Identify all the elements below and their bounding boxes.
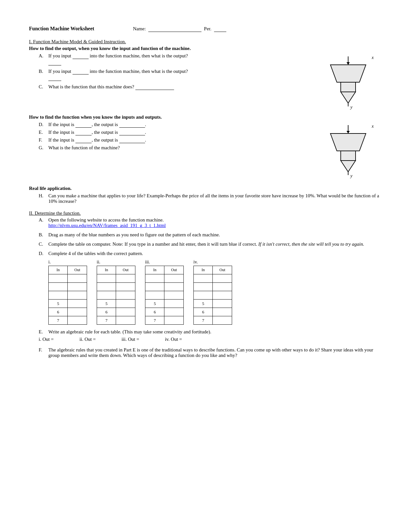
svg-marker-10 xyxy=(347,131,350,133)
blank-e2 xyxy=(119,130,145,135)
table-iv: In Out 5 6 7 xyxy=(193,266,232,325)
table-row xyxy=(49,283,87,291)
item-b-text: If you input into the function machine, … xyxy=(48,69,318,82)
item-2a-row: A. Open the following website to access … xyxy=(29,217,382,228)
item-f-text: If the input is , the output is . xyxy=(48,137,318,143)
item-2e-row: E. Write an algebraic rule for each tabl… xyxy=(29,329,382,335)
item-d-letter: D. xyxy=(39,122,48,128)
table-row xyxy=(97,291,135,300)
machine1-area: x y xyxy=(318,53,382,111)
table-row xyxy=(97,274,135,283)
item-h-letter: H. xyxy=(39,193,48,204)
table-row xyxy=(49,274,87,283)
table-row: 5 xyxy=(97,300,135,308)
real-life-section: Real life application. H. Can you make a… xyxy=(29,186,382,204)
item-e-text: If the input is , the output is . xyxy=(48,130,318,135)
svg-text:x: x xyxy=(371,55,374,60)
item-e-row: E. If the input is , the output is . xyxy=(29,130,318,135)
item-b-row: B. If you input into the function machin… xyxy=(29,69,318,82)
table-row: 5 xyxy=(49,300,87,308)
section1: I. Function Machine Model & Guided Instr… xyxy=(29,39,382,180)
table-row: 7 xyxy=(145,316,184,325)
item-b-letter: B. xyxy=(39,69,48,82)
table-row xyxy=(49,291,87,300)
section2-title: II. Determine the function. xyxy=(29,211,382,216)
blank-f2 xyxy=(119,137,145,143)
table-row: 7 xyxy=(49,316,87,325)
section1-defg-machine: D. If the input is , the output is . E. … xyxy=(29,122,382,180)
item-d-row: D. If the input is , the output is . xyxy=(29,122,318,128)
item-c-text: What is the function that this machine d… xyxy=(48,84,318,90)
section1-title: I. Function Machine Model & Guided Instr… xyxy=(29,39,382,44)
item-2e-container: E. Write an algebraic rule for each tabl… xyxy=(29,329,382,342)
real-life-title: Real life application. xyxy=(29,186,382,191)
table-i-out-header: Out xyxy=(68,266,87,274)
item-h-row: H. Can you make a machine that applies t… xyxy=(29,193,382,204)
item-f-letter: F. xyxy=(39,137,48,143)
table-iv-in-header: In xyxy=(194,266,213,274)
per-blank xyxy=(214,26,226,32)
table-row xyxy=(194,283,232,291)
name-label: Name: xyxy=(133,26,146,31)
table-ii-container: ii. In Out 5 6 7 xyxy=(97,260,135,325)
item-2b-text: Drag as many of the blue numbers as you … xyxy=(48,232,382,238)
svg-marker-3 xyxy=(330,65,366,82)
table-row xyxy=(194,274,232,283)
blank-b1 xyxy=(73,69,89,74)
table-iii-label: iii. xyxy=(145,260,150,265)
svg-text:y: y xyxy=(350,105,353,110)
subsection1-bold: How to find the output, when you know th… xyxy=(29,46,382,51)
item-2e-letter: E. xyxy=(39,329,48,335)
item-2a-text: Open the following website to access the… xyxy=(48,217,382,228)
item-2d-text: Complete 4 of the tables with the correc… xyxy=(48,251,382,256)
item-2b-letter: B. xyxy=(39,232,48,238)
item-h-text: Can you make a machine that applies to y… xyxy=(48,193,382,204)
item-c-row: C. What is the function that this machin… xyxy=(29,84,318,90)
item-2f-text: The algebraic rules that you created in … xyxy=(48,347,382,358)
table-row: 7 xyxy=(97,316,135,325)
table-row xyxy=(97,283,135,291)
out-i: i. Out = xyxy=(39,337,54,342)
blank-d1 xyxy=(75,122,92,128)
svg-text:y: y xyxy=(350,173,353,178)
table-row xyxy=(145,291,184,300)
item-2f-letter: F. xyxy=(39,347,48,358)
item-c-letter: C. xyxy=(39,84,48,90)
svg-rect-12 xyxy=(341,151,356,161)
table-i-container: i. In Out 5 6 7 xyxy=(48,260,87,325)
machine2-area: x y xyxy=(318,122,382,180)
name-blank xyxy=(148,26,201,32)
item-2c-text: Complete the table on computer. Note: If… xyxy=(48,241,382,247)
out-iii: iii. Out = xyxy=(122,337,139,342)
table-iii-out-header: Out xyxy=(164,266,184,274)
svg-marker-2 xyxy=(347,62,350,65)
item-a-letter: A. xyxy=(39,53,48,67)
table-ii: In Out 5 6 7 xyxy=(97,266,135,325)
function-machine-link[interactable]: http://nlvm.usu.edu/en/NAV/frames_asid_1… xyxy=(48,223,166,228)
svg-marker-11 xyxy=(330,133,366,151)
item-2f-row: F. The algebraic rules that you created … xyxy=(29,347,382,358)
table-iii-container: iii. In Out 5 6 7 xyxy=(145,260,184,325)
svg-rect-4 xyxy=(341,82,356,92)
table-row: 6 xyxy=(49,308,87,316)
item-2c-row: C. Complete the table on computer. Note:… xyxy=(29,241,382,247)
table-iv-label: iv. xyxy=(193,260,198,265)
table-ii-in-header: In xyxy=(97,266,116,274)
item-a-row: A. If you input into the function machin… xyxy=(29,53,318,67)
table-i-in-header: In xyxy=(49,266,68,274)
table-row xyxy=(194,291,232,300)
item-d-text: If the input is , the output is . xyxy=(48,122,318,128)
item-2c-italic: If it isn't correct, then the site will … xyxy=(258,241,364,247)
item-2d-row: D. Complete 4 of the tables with the cor… xyxy=(29,251,382,256)
table-iv-container: iv. In Out 5 6 7 xyxy=(193,260,232,325)
table-row: 6 xyxy=(97,308,135,316)
item-g-text: What is the function of the machine? xyxy=(48,145,318,151)
section1-abc-content: A. If you input into the function machin… xyxy=(29,53,318,92)
section2: II. Determine the function. A. Open the … xyxy=(29,211,382,358)
answer-a xyxy=(48,60,61,65)
out-iv: iv. Out = xyxy=(165,337,182,342)
table-row: 5 xyxy=(194,300,232,308)
blank-a1 xyxy=(73,53,89,59)
table-row xyxy=(145,274,184,283)
svg-text:x: x xyxy=(371,124,374,129)
